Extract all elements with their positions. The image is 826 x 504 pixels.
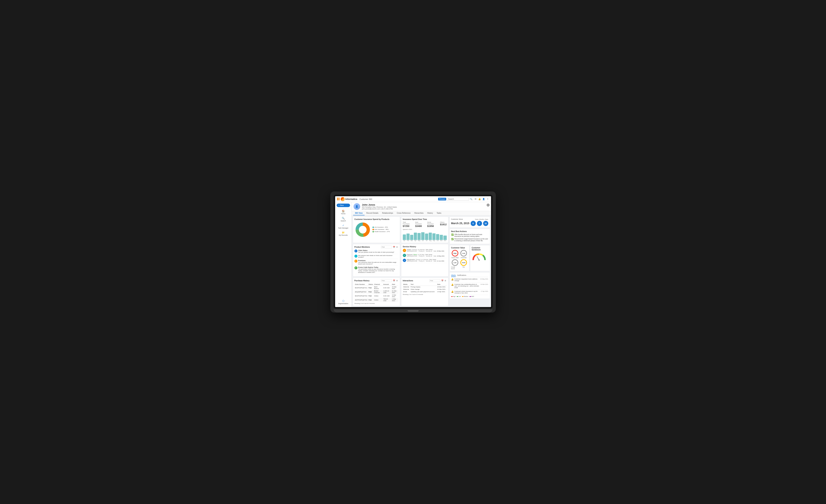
legend-high: High <box>451 296 456 297</box>
spend-numbers: Total Purchases $7250 Auto Insurance $34… <box>403 222 447 228</box>
bar-jun <box>421 232 424 240</box>
bar-label-mar: Mar <box>410 240 413 241</box>
bar-label-jan: Jan <box>403 240 406 241</box>
customer-since-card: Customer Since Years Months Days March 2… <box>450 216 490 228</box>
sentiment-gauge-svg <box>472 253 486 261</box>
svc-adj-icon: A <box>403 259 406 262</box>
app-title: Customer 360 <box>359 198 372 200</box>
purchase-settings-icon[interactable]: ⚙ <box>396 279 398 282</box>
sidebar-item-segmentation[interactable]: ⬡ Segmentation <box>335 298 352 306</box>
search-input[interactable] <box>447 197 469 201</box>
alerts-tabs: Alerts Notifications <box>451 274 488 277</box>
avatar-image: 👤 <box>354 203 360 210</box>
tab-360-view[interactable]: 360 View <box>353 211 364 215</box>
mentions-search[interactable] <box>381 246 392 248</box>
person-select[interactable]: Person <box>438 198 446 200</box>
right-panel: Customer Since Years Months Days March 2… <box>450 216 490 306</box>
tab-cross-reference[interactable]: Cross Reference <box>395 211 412 215</box>
potential-gauge: Low Potential <box>460 250 468 258</box>
user-icon[interactable]: 👤 <box>482 198 485 201</box>
purchase-history-card: Purchase History 📅 ⚙ Order <box>353 277 400 306</box>
settings-icon[interactable]: ⚙ <box>396 246 398 248</box>
bar-aug <box>429 233 432 240</box>
tab-record-details[interactable]: Record Details <box>364 211 380 215</box>
bar-apr <box>414 233 417 240</box>
svg-point-9 <box>479 260 479 260</box>
service-history-card: Service History O Orders Closed on Unkno… <box>401 244 449 276</box>
bell-icon[interactable]: 🔔 <box>478 198 481 201</box>
tab-relationships[interactable]: Relationships <box>380 211 395 215</box>
dashboard: Customer Insurance Spend by Products <box>352 215 491 307</box>
table-row: WebchatPricing enquiry23 Mar 2021 <box>403 286 447 288</box>
bar-nov <box>440 235 443 240</box>
purchase-search[interactable] <box>381 279 392 282</box>
alert-legend: High Low Medium <box>451 296 488 297</box>
int-settings-icon[interactable]: ⚙ <box>444 279 447 282</box>
spend-year: Spend in 2021 <box>403 229 447 230</box>
customer-since-label: Customer Since <box>451 218 463 220</box>
calendar-icon[interactable]: 📅 <box>393 246 395 248</box>
tier-gauge: Gold Tier <box>460 259 468 269</box>
profile-info: John Jones 805 Pamplico Hwy, Florence, S… <box>362 203 489 210</box>
service-adjustments: A Adjustments Closed on Unknown John Jon… <box>403 259 447 263</box>
svg-rect-2 <box>337 199 338 200</box>
service-orders: O Orders Closed on Unknown John Jones <box>403 249 447 253</box>
donut-container: Life Insurance - 25% Auto Insurance - 48… <box>354 222 398 238</box>
sidebar-item-task-manager[interactable]: ✓ Task Manager <box>335 223 352 230</box>
int-col-date: Date <box>436 283 447 286</box>
mention-premiums: P Premiums Can someone share the add-ons… <box>354 260 398 266</box>
int-calendar-icon[interactable]: 📅 <box>441 279 444 282</box>
bar-label-dec: Dec <box>444 240 447 241</box>
customer-value-title: Customer Value <box>451 247 468 249</box>
profile-contact: john.jones@unicorn.com | (617) 348-3755 <box>362 208 489 210</box>
service-history-title: Service History <box>403 246 447 248</box>
close-button[interactable]: × <box>487 204 489 206</box>
svc-payment-icon: P <box>403 254 406 257</box>
bar-label-may: May <box>417 240 421 241</box>
legend-map: MAP <box>470 296 474 297</box>
bar-label-nov: Nov <box>440 240 443 241</box>
alert-icon-3: 🔔 <box>451 291 454 293</box>
mention-premiums-icon: P <box>354 260 357 263</box>
tab-hierarchies[interactable]: Hierarchies <box>412 211 425 215</box>
interactions-search[interactable] <box>429 279 440 282</box>
new-button[interactable]: + New <box>337 204 350 207</box>
bar-labels: JanFebMarAprMayJunJulAugSepOctNovDec <box>403 240 447 241</box>
mail-icon[interactable]: ✉ <box>474 198 477 201</box>
tabs: 360 View Record Details Relationships Cr… <box>352 211 491 215</box>
tab-tasks[interactable]: Tasks <box>435 211 443 215</box>
purchase-calendar-icon[interactable]: 📅 <box>393 279 395 282</box>
spend-over-time-card: Insurance Spend Over Time Total Purchase… <box>401 216 449 243</box>
interactions-header: Interactions 📅 ⚙ <box>403 279 447 282</box>
customer-sentiment-card: Customer Sentiment <box>470 245 490 271</box>
bar-oct <box>436 234 439 240</box>
product-mentions-card: Product Mentions 📅 ⚙ C Claim St <box>353 244 400 276</box>
svg-rect-0 <box>337 198 338 199</box>
legend-medium: Medium <box>462 296 468 297</box>
tab-notifications[interactable]: Notifications <box>457 274 466 277</box>
sidebar-item-search[interactable]: 🔍 Search <box>335 216 352 223</box>
search-area: Person 🔍 <box>438 197 473 201</box>
alert-icon-1: 🔔 <box>451 278 454 280</box>
sidebar-item-home[interactable]: 🏠 Home <box>335 208 352 216</box>
purchase-header: Purchase History 📅 ⚙ <box>354 279 398 282</box>
insurance-spend-title: Customer Insurance Spend by Products <box>354 218 398 220</box>
since-metrics: 6 7 16 <box>471 221 488 226</box>
int-col-text: Text <box>410 283 436 286</box>
bar-label-sep: Sep <box>432 240 435 241</box>
mention-promo-icon: P <box>354 266 357 269</box>
alert-item-3: 🔔 Customer's Auto Insurance is up for re… <box>451 291 488 295</box>
help-icon[interactable]: ? <box>486 198 489 201</box>
tab-history[interactable]: History <box>425 211 435 215</box>
bar-label-feb: Feb <box>407 240 410 241</box>
svg-rect-3 <box>339 199 340 200</box>
grid-icon[interactable] <box>337 198 340 201</box>
col-amount: Amount <box>383 283 392 286</box>
spend-others: Others $1812 <box>440 222 447 228</box>
bar-jul <box>425 234 428 240</box>
tab-alerts[interactable]: Alerts <box>451 274 456 277</box>
sidebar-item-my-records[interactable]: 📁 My Records <box>335 230 352 237</box>
nav-icons: ✉ 🔔 👤 ? <box>474 198 489 201</box>
search-icon[interactable]: 🔍 <box>470 198 473 201</box>
donut-legend: Life Insurance - 25% Auto Insurance - 48… <box>372 227 390 233</box>
